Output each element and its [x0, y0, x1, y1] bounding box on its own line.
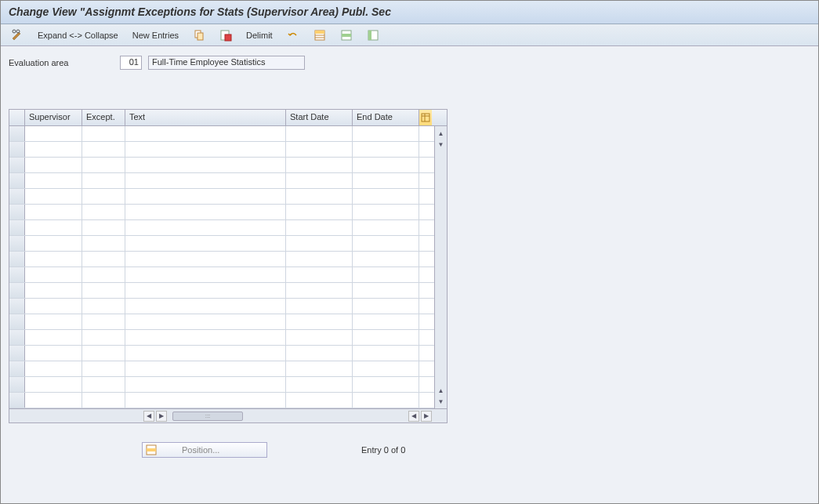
cell-supervisor[interactable]: [25, 173, 82, 188]
hscroll-right-button[interactable]: ◀: [408, 411, 419, 422]
cell-except[interactable]: [82, 189, 125, 204]
cell-except[interactable]: [82, 158, 125, 172]
cell-start-date[interactable]: [286, 158, 353, 172]
cell-except[interactable]: [82, 393, 125, 408]
cell-start-date[interactable]: [286, 220, 353, 235]
row-selector[interactable]: [9, 158, 25, 172]
cell-except[interactable]: [82, 314, 125, 329]
copy-button[interactable]: [187, 27, 211, 43]
row-selector[interactable]: [9, 189, 25, 204]
cell-end-date[interactable]: [353, 283, 419, 298]
cell-supervisor[interactable]: [25, 314, 82, 329]
row-selector[interactable]: [9, 299, 25, 314]
cell-text[interactable]: [125, 283, 286, 298]
delimit-button[interactable]: Delimit: [241, 27, 278, 43]
table-config-button[interactable]: [419, 110, 432, 125]
cell-except[interactable]: [82, 330, 125, 345]
cell-end-date[interactable]: [353, 236, 419, 251]
cell-except[interactable]: [82, 267, 125, 282]
cell-start-date[interactable]: [286, 142, 353, 157]
row-selector[interactable]: [9, 346, 25, 361]
cell-end-date[interactable]: [353, 361, 419, 376]
hscroll-thumb[interactable]: :::: [172, 412, 243, 421]
row-selector[interactable]: [9, 267, 25, 282]
header-start-date[interactable]: Start Date: [286, 110, 353, 125]
header-text[interactable]: Text: [125, 110, 286, 125]
cell-except[interactable]: [82, 361, 125, 376]
cell-text[interactable]: [125, 361, 286, 376]
cell-text[interactable]: [125, 267, 286, 282]
cell-end-date[interactable]: [353, 393, 419, 408]
row-selector[interactable]: [9, 220, 25, 235]
row-selector[interactable]: [9, 236, 25, 251]
cell-start-date[interactable]: [286, 173, 353, 188]
cell-end-date[interactable]: [353, 126, 419, 141]
cell-start-date[interactable]: [286, 330, 353, 345]
cell-except[interactable]: [82, 205, 125, 219]
header-except[interactable]: Except.: [82, 110, 125, 125]
cell-end-date[interactable]: [353, 314, 419, 329]
cell-start-date[interactable]: [286, 283, 353, 298]
cell-text[interactable]: [125, 158, 286, 172]
row-selector[interactable]: [9, 142, 25, 157]
toggle-edit-button[interactable]: [5, 27, 29, 43]
cell-supervisor[interactable]: [25, 142, 82, 157]
scroll-down-button[interactable]: ▼: [436, 139, 447, 150]
cell-end-date[interactable]: [353, 377, 419, 392]
cell-start-date[interactable]: [286, 346, 353, 361]
row-selector[interactable]: [9, 361, 25, 376]
cell-except[interactable]: [82, 236, 125, 251]
cell-start-date[interactable]: [286, 299, 353, 314]
cell-supervisor[interactable]: [25, 283, 82, 298]
hscroll-left-button[interactable]: ▶: [156, 411, 167, 422]
cell-supervisor[interactable]: [25, 158, 82, 172]
cell-start-date[interactable]: [286, 252, 353, 267]
cell-supervisor[interactable]: [25, 252, 82, 267]
cell-start-date[interactable]: [286, 377, 353, 392]
deselect-all-button[interactable]: [361, 27, 385, 43]
scroll-up-button[interactable]: ▲: [436, 128, 447, 139]
cell-start-date[interactable]: [286, 126, 353, 141]
cell-text[interactable]: [125, 189, 286, 204]
scroll-down-end-button[interactable]: ▼: [436, 396, 447, 407]
cell-text[interactable]: [125, 330, 286, 345]
cell-end-date[interactable]: [353, 220, 419, 235]
cell-text[interactable]: [125, 393, 286, 408]
cell-except[interactable]: [82, 126, 125, 141]
scroll-up-end-button[interactable]: ▲: [436, 385, 447, 396]
row-selector[interactable]: [9, 314, 25, 329]
cell-end-date[interactable]: [353, 330, 419, 345]
cell-supervisor[interactable]: [25, 236, 82, 251]
cell-text[interactable]: [125, 220, 286, 235]
cell-supervisor[interactable]: [25, 267, 82, 282]
position-button[interactable]: Position...: [142, 442, 267, 458]
cell-end-date[interactable]: [353, 346, 419, 361]
cell-end-date[interactable]: [353, 158, 419, 172]
row-selector[interactable]: [9, 393, 25, 408]
row-selector[interactable]: [9, 173, 25, 188]
cell-text[interactable]: [125, 314, 286, 329]
cell-except[interactable]: [82, 142, 125, 157]
row-selector[interactable]: [9, 126, 25, 141]
cell-end-date[interactable]: [353, 205, 419, 219]
cell-except[interactable]: [82, 346, 125, 361]
row-selector[interactable]: [9, 252, 25, 267]
horizontal-scrollbar[interactable]: ◀ ▶ ::: ◀ ▶: [9, 409, 448, 423]
cell-supervisor[interactable]: [25, 299, 82, 314]
cell-end-date[interactable]: [353, 142, 419, 157]
cell-start-date[interactable]: [286, 205, 353, 219]
hscroll-first-button[interactable]: ◀: [143, 411, 154, 422]
cell-text[interactable]: [125, 236, 286, 251]
cell-start-date[interactable]: [286, 236, 353, 251]
cell-except[interactable]: [82, 220, 125, 235]
cell-text[interactable]: [125, 346, 286, 361]
vertical-scrollbar[interactable]: ▲ ▼ ▲ ▼: [434, 126, 447, 408]
cell-start-date[interactable]: [286, 314, 353, 329]
deselect-button[interactable]: [214, 27, 237, 43]
cell-supervisor[interactable]: [25, 205, 82, 219]
hscroll-last-button[interactable]: ▶: [421, 411, 432, 422]
header-supervisor[interactable]: Supervisor: [25, 110, 82, 125]
cell-end-date[interactable]: [353, 252, 419, 267]
cell-text[interactable]: [125, 205, 286, 219]
cell-text[interactable]: [125, 299, 286, 314]
